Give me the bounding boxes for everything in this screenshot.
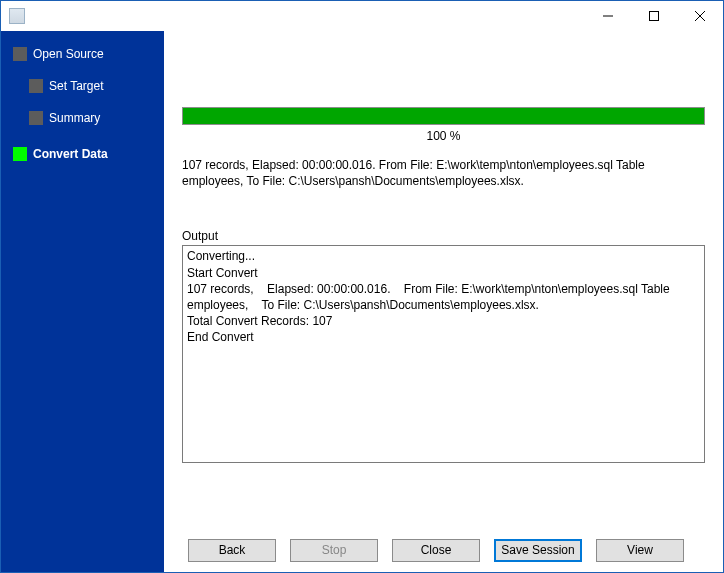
sidebar-item-convert-data[interactable]: Convert Data xyxy=(1,141,164,167)
maximize-button[interactable] xyxy=(631,1,677,31)
sidebar-item-summary[interactable]: Summary xyxy=(1,105,164,131)
sidebar-item-label: Convert Data xyxy=(33,147,108,161)
close-button[interactable] xyxy=(677,1,723,31)
sidebar-item-label: Summary xyxy=(49,111,100,125)
stop-button: Stop xyxy=(290,539,378,562)
maximize-icon xyxy=(649,11,659,21)
step-marker-icon xyxy=(13,47,27,61)
sidebar-item-label: Open Source xyxy=(33,47,104,61)
sidebar-item-label: Set Target xyxy=(49,79,103,93)
wizard-sidebar: Open Source Set Target Summary Convert D… xyxy=(1,31,164,572)
progress-bar xyxy=(182,107,705,125)
save-session-button[interactable]: Save Session xyxy=(494,539,582,562)
progress-section: 100 % xyxy=(182,107,705,143)
minimize-button[interactable] xyxy=(585,1,631,31)
main-panel: 100 % 107 records, Elapsed: 00:00:00.016… xyxy=(164,31,723,572)
sidebar-item-set-target[interactable]: Set Target xyxy=(1,73,164,99)
window-controls xyxy=(585,1,723,31)
conversion-summary: 107 records, Elapsed: 00:00:00.016. From… xyxy=(182,157,705,189)
step-marker-icon xyxy=(29,79,43,93)
step-marker-icon xyxy=(29,111,43,125)
close-icon xyxy=(695,11,705,21)
app-window: Open Source Set Target Summary Convert D… xyxy=(0,0,724,573)
app-icon xyxy=(9,8,25,24)
output-textarea[interactable]: Converting... Start Convert 107 records,… xyxy=(182,245,705,463)
view-button[interactable]: View xyxy=(596,539,684,562)
progress-fill xyxy=(183,108,704,124)
back-button[interactable]: Back xyxy=(188,539,276,562)
step-marker-icon xyxy=(13,147,27,161)
sidebar-item-open-source[interactable]: Open Source xyxy=(1,41,164,67)
minimize-icon xyxy=(603,11,613,21)
svg-rect-1 xyxy=(650,12,659,21)
window-body: Open Source Set Target Summary Convert D… xyxy=(1,31,723,572)
button-bar: Back Stop Close Save Session View xyxy=(182,529,705,562)
output-label: Output xyxy=(182,229,705,243)
progress-label: 100 % xyxy=(182,129,705,143)
title-bar xyxy=(1,1,723,31)
close-wizard-button[interactable]: Close xyxy=(392,539,480,562)
